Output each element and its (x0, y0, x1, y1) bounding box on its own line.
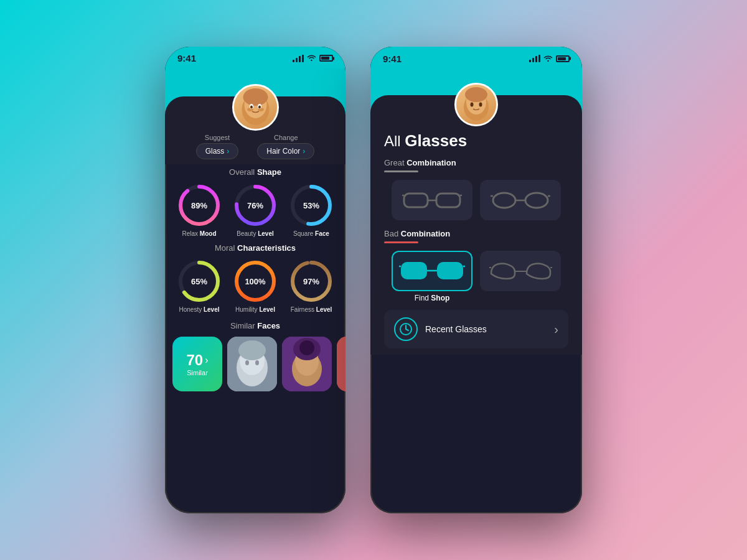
phone-avatar (232, 84, 279, 131)
good-glasses-row (384, 180, 568, 220)
overall-shape-section: Overall Shape (165, 164, 345, 240)
svg-point-42 (479, 103, 482, 107)
tablet-battery-icon (556, 55, 570, 62)
change-section: Change Hair Color › (257, 134, 314, 159)
moral-title: Moral Characteristics (171, 243, 339, 253)
overall-shape-title: Overall Shape (171, 167, 339, 177)
bad-bar (384, 241, 418, 243)
moral-characteristics-section: Moral Characteristics 65% Honesty Level (165, 240, 345, 316)
stat-circle-relax: 89% (177, 183, 222, 228)
recent-arrow-icon: › (554, 322, 558, 337)
face-thumb-3 (337, 337, 345, 391)
bad-combination-label: Bad Combination (384, 229, 568, 238)
hair-color-chevron: › (303, 147, 305, 156)
shape-label: Shape (257, 167, 281, 177)
svg-point-41 (471, 103, 474, 107)
faces-row: 70 › Similar (172, 337, 338, 391)
all-glasses-title: All Glasses (384, 131, 568, 151)
suggest-section: Suggest Glass › (196, 134, 239, 159)
square-percent: 53% (303, 201, 319, 210)
tablet-device: 9:41 (370, 47, 582, 513)
svg-point-25 (245, 360, 249, 365)
similar-faces-title: Similar Faces (172, 321, 338, 330)
great-bar (384, 170, 418, 172)
great-combination-section: Great Combination (384, 158, 568, 220)
svg-point-26 (255, 360, 259, 365)
tablet-status-icons (529, 53, 570, 64)
hair-color-button[interactable]: Hair Color › (257, 143, 314, 159)
good-glasses-2[interactable] (480, 180, 561, 220)
relax-label-bold: Mood (200, 230, 217, 237)
glass-label: Glass (205, 147, 225, 156)
similar-count-badge[interactable]: 70 › Similar (172, 337, 222, 391)
moral-stats-row: 65% Honesty Level (171, 259, 339, 313)
svg-rect-32 (337, 337, 345, 391)
glass-chevron: › (227, 147, 229, 156)
beauty-percent: 76% (247, 201, 263, 210)
relax-label-normal: Relax (182, 230, 198, 237)
glass-button[interactable]: Glass › (196, 143, 239, 159)
tablet-status-bar: 9:41 (370, 47, 582, 69)
shop-label: Shop (431, 294, 449, 302)
phone-time: 9:41 (177, 53, 196, 63)
beauty-label-normal: Beauty (237, 230, 256, 237)
stat-beauty-level: 76% Beauty Level (233, 183, 278, 237)
svg-point-7 (250, 106, 253, 109)
stat-square-face: 53% Square Face (289, 183, 334, 237)
stat-circle-fairness: 97% (289, 259, 334, 304)
svg-rect-44 (436, 194, 460, 207)
all-label: All (384, 133, 401, 149)
phone-top-area (165, 68, 345, 115)
stat-circle-square: 53% (289, 183, 334, 228)
great-combination-label: Great Combination (384, 158, 568, 167)
tablet-time: 9:41 (383, 54, 402, 64)
similar-faces-section: Similar Faces 70 › Similar (165, 316, 345, 398)
phone-signal-icon (293, 55, 304, 62)
svg-point-40 (465, 87, 487, 102)
stat-circle-humility: 100% (233, 259, 278, 304)
suggest-label: Suggest (205, 134, 230, 141)
similar-label-badge: Similar (187, 369, 208, 376)
humility-percent: 100% (245, 277, 265, 286)
recent-glasses-bar[interactable]: Recent Glasses › (384, 310, 568, 348)
characteristics-label: Characteristics (237, 243, 296, 253)
square-label-bold: Face (315, 230, 329, 237)
tablet-top-area (370, 69, 582, 113)
glasses-label: Glasses (405, 131, 467, 150)
square-face-label: Square Face (293, 230, 329, 237)
cyan-glasses-item[interactable] (392, 251, 472, 291)
fairness-percent: 97% (303, 277, 319, 286)
change-label: Change (274, 134, 298, 141)
beauty-level-label: Beauty Level (237, 230, 274, 237)
similar-count: 70 (186, 352, 203, 369)
phone-device: 9:41 (165, 47, 345, 513)
similar-label: Similar (230, 321, 255, 330)
svg-point-24 (238, 340, 266, 360)
overall-label: Overall (229, 167, 255, 177)
relax-mood-label: Relax Mood (182, 230, 216, 237)
tablet-wifi-icon (543, 53, 553, 64)
svg-point-48 (493, 193, 515, 208)
svg-line-63 (406, 329, 408, 330)
faces-label: Faces (257, 321, 280, 330)
hair-color-label: Hair Color (266, 147, 300, 156)
count-arrow-icon: › (205, 355, 208, 366)
shape-stats-row: 89% Relax Mood (171, 183, 339, 237)
honesty-percent: 65% (191, 277, 207, 286)
dark-cateye-glasses[interactable] (480, 251, 561, 291)
beauty-label-bold: Level (258, 230, 274, 237)
tablet-content: All Glasses Great Combination (370, 113, 582, 355)
phone-status-bar: 9:41 (165, 47, 345, 68)
great-label: Great (384, 158, 405, 167)
count-row: 70 › (186, 352, 208, 369)
good-glasses-1[interactable] (392, 180, 472, 220)
face-thumb-1 (227, 337, 277, 391)
svg-rect-43 (404, 194, 428, 207)
bad-combination-section: Bad Combination (384, 229, 568, 302)
stat-relax-mood: 89% Relax Mood (177, 183, 222, 237)
humility-label: Humility Level (235, 306, 275, 313)
moral-label: Moral (215, 243, 235, 253)
find-shop-label: Find Shop (415, 294, 450, 302)
phone-wifi-icon (307, 54, 316, 63)
stat-circle-beauty: 76% (233, 183, 278, 228)
